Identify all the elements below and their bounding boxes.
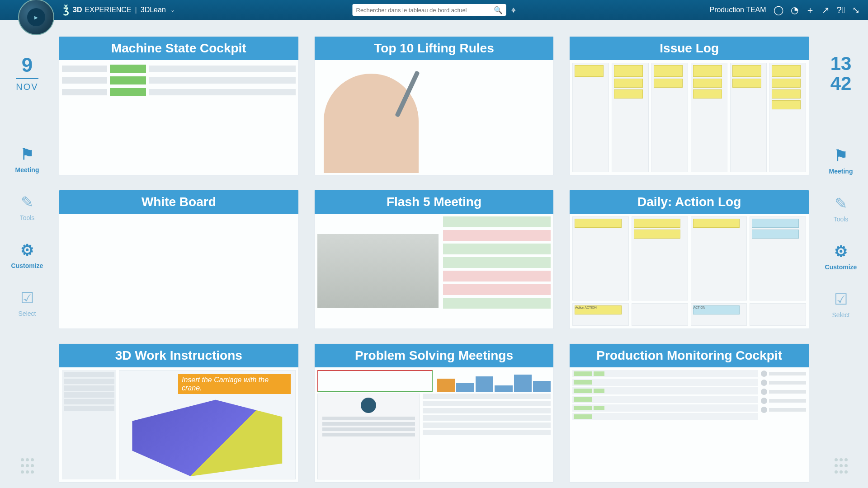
rail-select[interactable]: ☑ Select: [19, 290, 36, 317]
avatar: [761, 398, 767, 404]
avatar: [761, 371, 767, 377]
rail-select-r-label: Select: [832, 311, 850, 319]
sticky-board: [572, 63, 806, 172]
card-lifting-rules[interactable]: Top 10 Lifting Rules: [314, 36, 554, 175]
right-rail-items: ⚑ Meeting ✎ Tools ⚙ Customize ☑ Select: [825, 148, 857, 319]
share-icon[interactable]: ↗: [822, 5, 830, 14]
compass-icon[interactable]: ▶: [18, 0, 54, 35]
tag-icon[interactable]: ⌖: [511, 5, 516, 15]
card-title: Daily: Action Log: [570, 190, 809, 214]
avatar: [761, 380, 767, 386]
notification-icon[interactable]: ◔: [791, 5, 798, 14]
search-input[interactable]: [356, 7, 494, 14]
card-grid: Machine State Cockpit Top 10 Lifting Rul…: [59, 36, 809, 483]
card-flash5[interactable]: Flash 5 Meeting: [314, 190, 554, 329]
context-name: 3DLean: [141, 6, 166, 14]
wi-sidebar: [62, 370, 116, 479]
card-body: Action ACTION ACTION: [570, 214, 809, 328]
rail-select-label: Select: [19, 310, 36, 317]
rail-tools[interactable]: ✎ Tools: [20, 194, 35, 221]
brand-bold: 3D: [73, 6, 82, 14]
card-issue-log[interactable]: Issue Log: [569, 36, 809, 175]
avatar: [761, 389, 767, 395]
rail-meeting-label: Meeting: [15, 166, 39, 174]
mini-bar-chart: [437, 370, 551, 392]
rail-meeting[interactable]: ⚑ Meeting: [15, 146, 39, 174]
rail-tools-r-label: Tools: [834, 216, 849, 223]
rail-tools-label: Tools: [20, 214, 35, 221]
rail-meeting-r-label: Meeting: [829, 168, 853, 175]
team-label[interactable]: Production TEAM: [709, 6, 766, 14]
cad-model: [124, 391, 291, 476]
search-icon[interactable]: 🔍: [494, 6, 503, 14]
card-white-board[interactable]: White Board: [59, 190, 299, 329]
flag-icon: ⚑: [20, 146, 34, 162]
wi-viewport: Insert the Carriage with the crane.: [119, 370, 296, 479]
card-body: [315, 60, 554, 175]
rail-customize[interactable]: ⚙ Customize: [11, 242, 43, 269]
help-icon[interactable]: ?⃝: [837, 5, 845, 14]
gear-icon: ⚙: [834, 244, 848, 259]
card-title: White Board: [59, 190, 298, 214]
card-work-instructions[interactable]: 3D Work Instructions Insert the Carriage…: [59, 343, 299, 483]
select-icon: ☑: [20, 290, 34, 305]
user-list: [761, 370, 806, 479]
edit-icon: ✎: [21, 194, 33, 210]
card-body: [570, 60, 809, 175]
card-title: Machine State Cockpit: [59, 37, 298, 60]
platform-title[interactable]: 3DEXPERIENCE | 3DLean ⌄: [73, 6, 175, 14]
factory-photo: [317, 234, 439, 309]
rail-tools-r[interactable]: ✎ Tools: [834, 196, 849, 223]
search-box[interactable]: 🔍: [353, 4, 506, 16]
user-icon[interactable]: ◯: [774, 5, 783, 14]
card-machine-state[interactable]: Machine State Cockpit: [59, 36, 299, 175]
left-rail-items: ⚑ Meeting ✎ Tools ⚙ Customize ☑ Select: [11, 146, 43, 317]
brand-block: ǯ 3DEXPERIENCE | 3DLean ⌄: [63, 4, 175, 16]
brand-rest: EXPERIENCE: [85, 6, 131, 14]
sticky-note: ACTION: [693, 305, 740, 314]
wi-instruction-label: Insert the Carriage with the crane.: [178, 374, 291, 394]
card-title: 3D Work Instructions: [59, 344, 298, 367]
grip-icon[interactable]: [833, 458, 849, 474]
gantt-rows: [572, 370, 758, 479]
chevron-down-icon[interactable]: ⌄: [170, 7, 175, 13]
card-title: Top 10 Lifting Rules: [315, 37, 554, 60]
hand-illustration: [324, 74, 419, 173]
gear-icon: ⚙: [20, 242, 34, 258]
add-icon[interactable]: ＋: [806, 5, 815, 14]
pen-icon: [395, 70, 420, 117]
avatar: [761, 407, 767, 413]
avatar: [361, 398, 376, 413]
card-body: [315, 214, 554, 328]
grip-icon[interactable]: [19, 458, 35, 474]
card-body: [59, 214, 298, 328]
collapse-icon[interactable]: ⤡: [852, 5, 860, 14]
rail-select-r[interactable]: ☑ Select: [832, 291, 850, 319]
date-month: NOV: [16, 78, 38, 92]
time-minute: 42: [830, 74, 852, 94]
status-bars: [443, 216, 551, 326]
sticky-note: Action ACTION: [575, 305, 621, 314]
top-right-tools: Production TEAM ◯ ◔ ＋ ↗ ?⃝ ⤡: [709, 5, 860, 14]
top-bar: ▶ ǯ 3DEXPERIENCE | 3DLean ⌄ 🔍 ⌖ Producti…: [0, 0, 868, 20]
card-title: Problem Solving Meetings: [315, 344, 554, 367]
card-title: Issue Log: [570, 37, 809, 60]
meeting-card: [317, 394, 420, 479]
card-title: Flash 5 Meeting: [315, 190, 554, 214]
right-rail: 13 42 ⚑ Meeting ✎ Tools ⚙ Customize ☑ Se…: [814, 20, 868, 488]
rail-customize-r[interactable]: ⚙ Customize: [825, 244, 857, 271]
card-production-monitoring[interactable]: Production Monitoring Cockpit: [569, 343, 809, 483]
card-title: Production Monitoring Cockpit: [570, 344, 809, 367]
pipe-separator: |: [135, 6, 137, 14]
card-problem-solving[interactable]: Problem Solving Meetings: [314, 343, 554, 483]
date-day: 9: [16, 54, 38, 76]
time-box: 13 42: [830, 54, 852, 94]
rail-meeting-r[interactable]: ⚑ Meeting: [829, 148, 853, 175]
meeting-details: [423, 394, 551, 479]
rail-customize-label: Customize: [11, 262, 43, 269]
card-daily-action[interactable]: Daily: Action Log Action ACTION ACTION: [569, 190, 809, 329]
rail-customize-r-label: Customize: [825, 263, 857, 271]
card-body: Insert the Carriage with the crane.: [59, 367, 298, 482]
search-wrap: 🔍 ⌖: [353, 4, 516, 16]
dashboard-stage: Machine State Cockpit Top 10 Lifting Rul…: [54, 20, 814, 488]
